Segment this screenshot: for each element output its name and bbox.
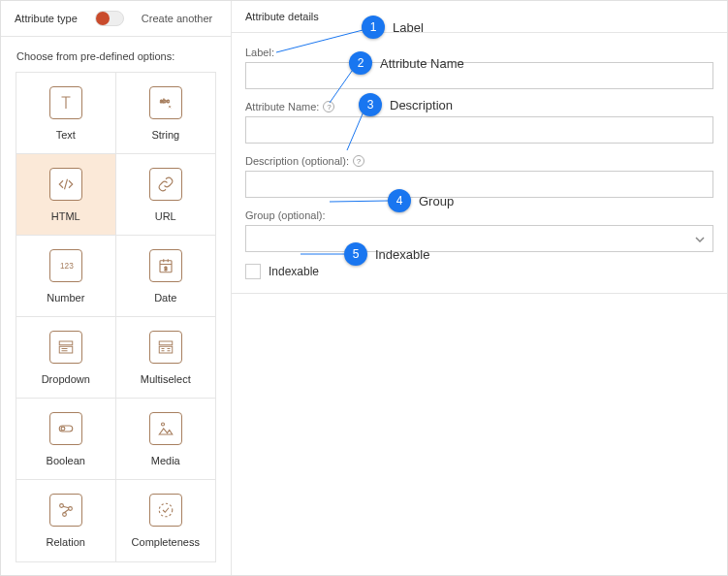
left-header: Attribute type Create another [1, 1, 231, 37]
type-option-number[interactable]: 123Number [16, 236, 116, 317]
type-option-text[interactable]: Text [16, 73, 116, 154]
media-icon [149, 412, 182, 445]
type-name: Boolean [47, 455, 85, 466]
type-name: Multiselect [141, 373, 191, 385]
svg-rect-5 [59, 346, 73, 353]
attribute-type-label: Attribute type [15, 13, 78, 24]
group-field-label: Group (optional): [245, 209, 713, 221]
attribute-details-title: Attribute details [232, 1, 727, 33]
label-field-label: Label: [245, 47, 713, 58]
create-another-toggle[interactable] [95, 11, 124, 26]
svg-rect-6 [159, 341, 173, 345]
dropdown-icon [49, 331, 82, 364]
type-name: Date [154, 292, 176, 304]
type-option-dropdown[interactable]: Dropdown [16, 317, 116, 399]
relation-icon [49, 494, 82, 527]
type-option-boolean[interactable]: Boolean [16, 399, 116, 480]
chevron-down-icon [695, 232, 705, 245]
svg-text:abc: abc [160, 98, 170, 104]
type-name: String [151, 129, 179, 141]
type-option-media[interactable]: Media [116, 399, 216, 480]
html-icon [49, 168, 82, 201]
type-name: Media [151, 455, 180, 466]
svg-point-11 [59, 504, 63, 508]
svg-rect-4 [59, 341, 73, 345]
help-icon[interactable]: ? [323, 101, 334, 112]
url-icon [149, 168, 182, 201]
text-icon [49, 86, 82, 119]
multiselect-icon [149, 331, 182, 364]
create-another-label: Create another [142, 13, 212, 24]
svg-point-12 [68, 507, 72, 511]
completeness-icon [149, 494, 182, 527]
type-option-completeness[interactable]: Completeness [116, 480, 216, 561]
svg-text:123: 123 [60, 262, 74, 271]
description-field-label: Description (optional): ? [245, 155, 713, 167]
date-icon: 3 [149, 249, 182, 282]
help-icon[interactable]: ? [353, 155, 364, 167]
type-name: HTML [51, 210, 80, 222]
type-name: Text [56, 129, 76, 141]
svg-rect-7 [159, 346, 173, 353]
svg-point-14 [159, 503, 173, 517]
type-name: Relation [47, 536, 85, 548]
type-name: Number [47, 292, 84, 304]
label-input[interactable] [245, 62, 713, 89]
type-option-relation[interactable]: Relation [16, 480, 116, 561]
boolean-icon [49, 412, 82, 445]
attrname-field-label: Attribute Name: ? [245, 101, 713, 112]
type-option-string[interactable]: abcString [116, 73, 216, 154]
type-name: Completeness [132, 536, 200, 548]
type-name: Dropdown [42, 373, 90, 385]
string-icon: abc [149, 86, 182, 119]
type-option-url[interactable]: URL [116, 154, 216, 236]
choose-from-label: Choose from pre-defined options: [1, 37, 231, 72]
type-option-date[interactable]: 3Date [116, 236, 216, 317]
indexable-label: Indexable [269, 265, 319, 278]
description-input[interactable] [245, 171, 713, 198]
type-option-multiselect[interactable]: Multiselect [116, 317, 216, 399]
number-icon: 123 [49, 249, 82, 282]
type-name: URL [155, 210, 176, 222]
attribute-type-grid: TextabcStringHTMLURL123Number3DateDropdo… [16, 72, 216, 562]
type-option-html[interactable]: HTML [16, 154, 116, 236]
svg-point-13 [62, 513, 66, 517]
group-select[interactable] [245, 225, 713, 252]
svg-text:3: 3 [164, 265, 167, 271]
attribute-name-input[interactable] [245, 116, 713, 144]
svg-point-10 [161, 423, 164, 426]
indexable-checkbox[interactable] [245, 264, 261, 279]
svg-point-9 [61, 427, 65, 431]
